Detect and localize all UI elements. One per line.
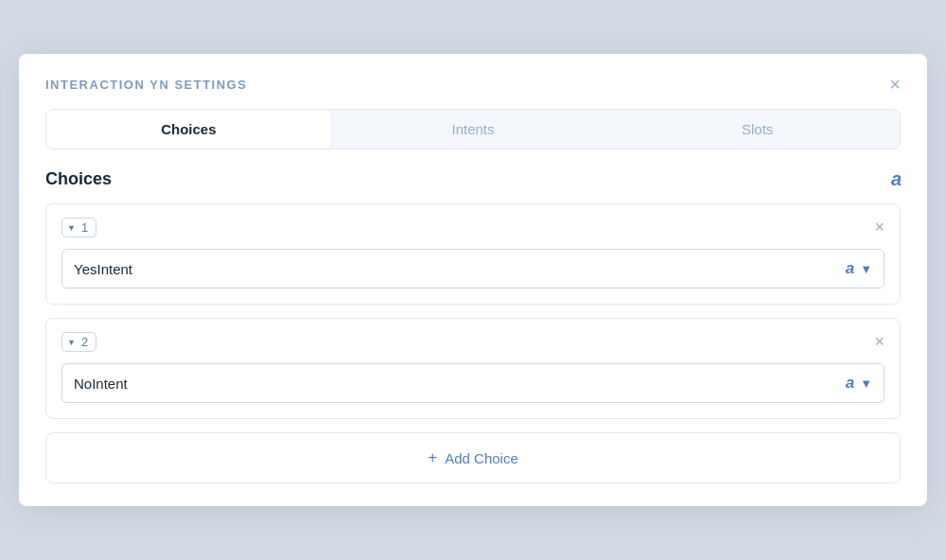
modal-header: INTERACTION YN SETTINGS × — [19, 54, 927, 109]
badge-number-1: 1 — [81, 220, 88, 235]
amazon-icon: a — [891, 168, 901, 190]
add-choice-label: Add Choice — [445, 450, 518, 466]
badge-arrow-2: ▼ — [67, 338, 76, 347]
plus-icon: + — [428, 448, 437, 467]
close-icon[interactable]: × — [889, 75, 901, 94]
intent-chevron-icon-1: ▼ — [860, 262, 872, 276]
modal-title: INTERACTION YN SETTINGS — [45, 78, 247, 92]
modal-overlay: INTERACTION YN SETTINGS × Choices Intent… — [0, 0, 946, 560]
intent-value-1: YesIntent — [74, 261, 846, 277]
modal: INTERACTION YN SETTINGS × Choices Intent… — [19, 54, 927, 506]
modal-body: Choices a ▼ 1 × YesIntent a ▼ — [19, 168, 927, 506]
tab-choices[interactable]: Choices — [46, 110, 331, 149]
choice-close-1[interactable]: × — [874, 218, 885, 237]
intent-select-2[interactable]: NoIntent a ▼ — [61, 363, 885, 403]
intent-amazon-icon-1: a — [846, 259, 854, 278]
section-header: Choices a — [45, 168, 901, 190]
intent-select-1[interactable]: YesIntent a ▼ — [61, 249, 885, 289]
intent-icons-2: a ▼ — [846, 374, 872, 393]
choice-card-2: ▼ 2 × NoIntent a ▼ — [45, 318, 901, 419]
choice-badge-2[interactable]: ▼ 2 — [61, 332, 96, 352]
intent-value-2: NoIntent — [74, 376, 846, 392]
section-title: Choices — [45, 169, 112, 189]
choice-card-header-2: ▼ 2 × — [61, 332, 885, 352]
intent-chevron-icon-2: ▼ — [860, 376, 872, 391]
choice-badge-1[interactable]: ▼ 1 — [61, 218, 96, 237]
intent-amazon-icon-2: a — [846, 374, 854, 393]
add-choice-button[interactable]: + Add Choice — [45, 432, 901, 483]
choice-close-2[interactable]: × — [874, 332, 885, 352]
choice-card-header-1: ▼ 1 × — [61, 218, 885, 237]
tab-intents[interactable]: Intents — [331, 110, 616, 149]
intent-icons-1: a ▼ — [846, 259, 872, 278]
badge-arrow-1: ▼ — [67, 223, 76, 233]
choice-card-1: ▼ 1 × YesIntent a ▼ — [45, 203, 901, 305]
badge-number-2: 2 — [81, 335, 88, 349]
tab-slots[interactable]: Slots — [615, 110, 900, 149]
tabs-bar: Choices Intents Slots — [45, 109, 901, 149]
